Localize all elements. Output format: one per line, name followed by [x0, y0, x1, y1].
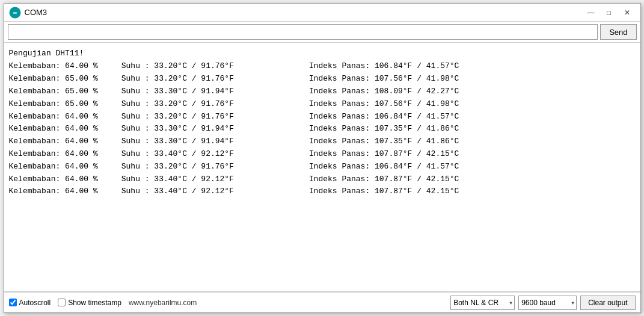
window-title: COM3 [25, 8, 48, 17]
website-link: www.nyebarilmu.com [129, 299, 197, 307]
clear-output-button[interactable]: Clear output [580, 296, 635, 310]
autoscroll-text: Autoscroll [19, 299, 51, 307]
output-line: Kelembaban: 64.00 % Suhu : 33.40°C / 92.… [9, 185, 636, 198]
arduino-logo-icon: ∞ [9, 7, 21, 19]
output-line: Kelembaban: 64.00 % Suhu : 33.40°C / 92.… [9, 148, 636, 161]
window-controls: — □ ✕ [583, 6, 636, 19]
output-lines-container: Kelembaban: 64.00 % Suhu : 33.20°C / 91.… [9, 60, 636, 198]
line-ending-wrapper: No line endingNewlineCarriage returnBoth… [450, 296, 515, 310]
svg-text:∞: ∞ [13, 10, 17, 16]
output-line: Kelembaban: 64.00 % Suhu : 33.20°C / 91.… [9, 60, 636, 73]
status-bar-left: Autoscroll Show timestamp www.nyebarilmu… [9, 299, 441, 307]
timestamp-checkbox[interactable] [58, 299, 66, 306]
output-line: Kelembaban: 64.00 % Suhu : 33.20°C / 91.… [9, 161, 636, 173]
send-button[interactable]: Send [600, 24, 636, 40]
timestamp-label[interactable]: Show timestamp [58, 299, 121, 307]
status-bar-right: No line endingNewlineCarriage returnBoth… [450, 296, 635, 310]
baud-rate-wrapper: 300 baud1200 baud2400 baud4800 baud9600 … [518, 296, 577, 310]
autoscroll-checkbox[interactable] [9, 299, 17, 306]
output-line: Kelembaban: 65.00 % Suhu : 33.20°C / 91.… [9, 73, 636, 85]
title-bar-left: ∞ COM3 [9, 7, 48, 19]
output-header-line: Pengujian DHT11! [9, 46, 636, 60]
title-bar: ∞ COM3 — □ ✕ [4, 4, 640, 22]
output-line: Kelembaban: 64.00 % Suhu : 33.20°C / 91.… [9, 111, 636, 123]
timestamp-text: Show timestamp [68, 299, 121, 307]
close-button[interactable]: ✕ [619, 6, 636, 19]
maximize-button[interactable]: □ [601, 6, 618, 19]
line-ending-select[interactable]: No line endingNewlineCarriage returnBoth… [450, 296, 515, 310]
output-line: Kelembaban: 64.00 % Suhu : 33.30°C / 91.… [9, 135, 636, 148]
status-bar: Autoscroll Show timestamp www.nyebarilmu… [4, 292, 640, 312]
serial-monitor-window: ∞ COM3 — □ ✕ Send Pengujian DHT11! Kelem… [4, 3, 641, 313]
output-line: Kelembaban: 64.00 % Suhu : 33.40°C / 92.… [9, 173, 636, 186]
minimize-button[interactable]: — [583, 6, 600, 19]
output-line: Kelembaban: 64.00 % Suhu : 33.30°C / 91.… [9, 123, 636, 135]
input-bar: Send [4, 22, 640, 43]
autoscroll-label[interactable]: Autoscroll [9, 299, 51, 307]
output-line: Kelembaban: 65.00 % Suhu : 33.30°C / 91.… [9, 85, 636, 98]
output-line: Kelembaban: 65.00 % Suhu : 33.20°C / 91.… [9, 98, 636, 111]
baud-rate-select[interactable]: 300 baud1200 baud2400 baud4800 baud9600 … [518, 296, 577, 310]
serial-input[interactable] [8, 24, 598, 40]
output-area: Pengujian DHT11! Kelembaban: 64.00 % Suh… [4, 43, 640, 292]
